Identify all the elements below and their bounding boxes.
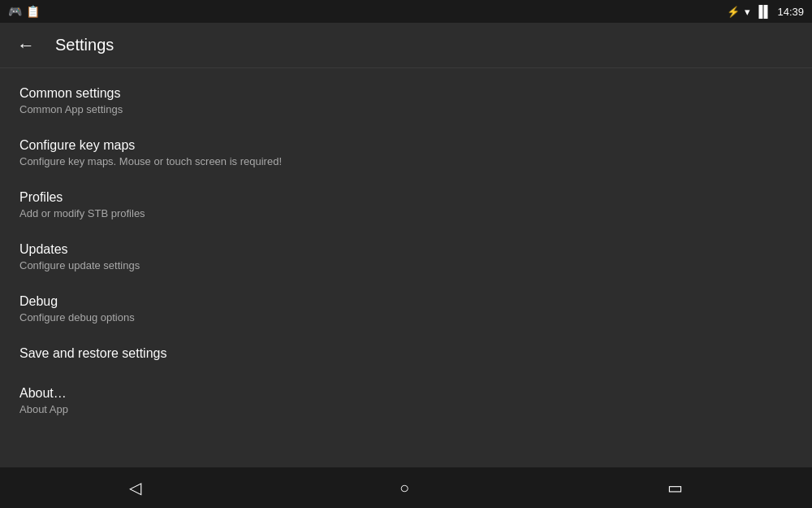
notification-icon-2: 📋: [26, 5, 39, 18]
bluetooth-icon: ⚡: [727, 6, 740, 18]
settings-item-debug[interactable]: DebugConfigure debug options: [0, 283, 812, 335]
wifi-icon: ▾: [745, 6, 750, 18]
settings-item-subtitle-debug: Configure debug options: [19, 311, 793, 323]
settings-list: Common settingsCommon App settingsConfig…: [0, 68, 812, 433]
settings-item-subtitle-common-settings: Common App settings: [19, 103, 793, 115]
settings-item-title-updates: Updates: [19, 242, 793, 257]
settings-item-subtitle-about: About App: [19, 403, 793, 415]
status-bar: 🎮 📋 ⚡ ▾ ▐▌ 14:39: [0, 0, 812, 23]
settings-item-updates[interactable]: UpdatesConfigure update settings: [0, 231, 812, 283]
notification-icon-1: 🎮: [8, 5, 21, 18]
back-button[interactable]: ←: [13, 33, 39, 59]
settings-item-title-about: About…: [19, 386, 793, 401]
status-bar-right: ⚡ ▾ ▐▌ 14:39: [727, 5, 804, 18]
settings-item-subtitle-configure-key-maps: Configure key maps. Mouse or touch scree…: [19, 155, 793, 167]
settings-item-subtitle-profiles: Add or modify STB profiles: [19, 207, 793, 219]
settings-item-title-debug: Debug: [19, 294, 793, 309]
settings-item-subtitle-updates: Configure update settings: [19, 259, 793, 271]
page-title: Settings: [55, 36, 114, 54]
settings-item-title-common-settings: Common settings: [19, 86, 793, 101]
settings-item-title-configure-key-maps: Configure key maps: [19, 138, 793, 153]
nav-back-button[interactable]: ◁: [105, 470, 166, 506]
nav-home-button[interactable]: ○: [375, 471, 434, 506]
settings-item-about[interactable]: About…About App: [0, 375, 812, 427]
nav-recent-button[interactable]: ▭: [643, 470, 707, 506]
status-bar-left: 🎮 📋: [8, 5, 39, 18]
settings-item-profiles[interactable]: ProfilesAdd or modify STB profiles: [0, 179, 812, 231]
settings-item-common-settings[interactable]: Common settingsCommon App settings: [0, 75, 812, 127]
settings-item-save-restore[interactable]: Save and restore settings: [0, 335, 812, 375]
app-bar: ← Settings: [0, 23, 812, 68]
settings-item-configure-key-maps[interactable]: Configure key mapsConfigure key maps. Mo…: [0, 127, 812, 179]
battery-icon: ▐▌: [755, 5, 773, 18]
time-display: 14:39: [777, 6, 804, 18]
settings-item-title-save-restore: Save and restore settings: [19, 346, 793, 361]
nav-bar: ◁ ○ ▭: [0, 467, 812, 508]
settings-item-title-profiles: Profiles: [19, 190, 793, 205]
